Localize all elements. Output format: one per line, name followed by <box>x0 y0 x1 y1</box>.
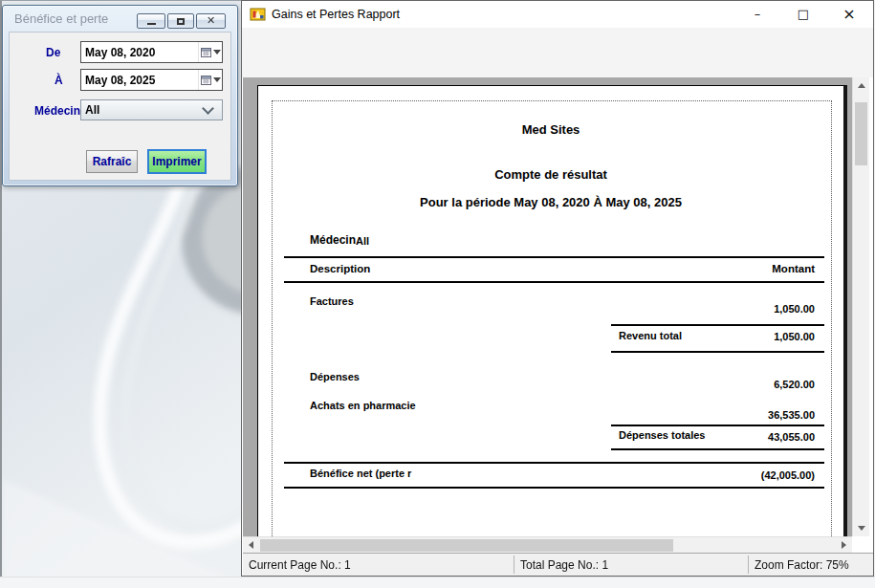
print-button[interactable]: Imprimer <box>147 149 207 174</box>
dropdown-arrow-icon <box>213 77 221 82</box>
arrow-up-icon <box>858 83 865 88</box>
report-rule <box>611 448 824 450</box>
report-rule <box>284 281 824 283</box>
dialog-title: Bénéfice et perte <box>14 11 108 26</box>
scroll-down-button[interactable] <box>853 520 869 536</box>
report-row-label: Factures <box>310 295 354 307</box>
maximize-icon: □ <box>798 7 809 21</box>
dialog-close-button[interactable]: ✕ <box>196 13 226 29</box>
column-header-description: Description <box>310 263 370 274</box>
chevron-down-icon <box>202 102 214 115</box>
vertical-scrollbar[interactable] <box>852 77 869 536</box>
status-current-page: Current Page No.: 1 <box>249 558 351 572</box>
report-page: Med Sites Compte de résultat Pour la pér… <box>257 85 847 536</box>
medecin-value: All <box>81 103 204 117</box>
from-date-field[interactable]: May 08, 2020 <box>80 41 223 63</box>
close-icon: ✕ <box>207 16 215 26</box>
report-row-label: Bénéfice net (perte r <box>310 468 411 479</box>
dialog-maximize-button[interactable] <box>167 13 194 29</box>
to-date-value: May 08, 2025 <box>81 74 198 87</box>
report-row-label: Achats en pharmacie <box>310 400 416 411</box>
dialog-body: De May 08, 2020 À May 08, 2025 <box>9 32 231 181</box>
window-close-button[interactable]: × <box>829 1 869 27</box>
report-row-label: Revenu total <box>619 330 682 341</box>
window-titlebar[interactable]: Gains et Pertes Rapport – □ × <box>242 1 873 28</box>
report-rule <box>611 324 824 326</box>
report-row-amount: (42,005.00) <box>689 469 815 481</box>
to-date-dropdown-button[interactable] <box>198 70 222 90</box>
status-separator <box>748 555 749 574</box>
scroll-up-button[interactable] <box>853 77 869 94</box>
report-period: Pour la période May 08, 2020 À May 08, 2… <box>258 195 843 209</box>
report-company-name: Med Sites <box>258 122 843 137</box>
window-maximize-button[interactable]: □ <box>783 1 823 27</box>
report-row-amount: 1,050.00 <box>689 303 815 315</box>
report-row-amount: 43,055.00 <box>689 431 815 443</box>
tab-strip: Main Report <box>242 56 873 77</box>
report-medecin-value: All <box>356 235 369 247</box>
horizontal-scrollbar[interactable] <box>243 536 852 554</box>
calendar-icon <box>201 47 211 57</box>
report-rule <box>284 256 824 258</box>
arrow-right-icon <box>842 541 846 549</box>
report-viewer-area: Med Sites Compte de résultat Pour la pér… <box>243 77 852 536</box>
report-row-amount: 6,520.00 <box>689 379 815 390</box>
window-minimize-button[interactable]: – <box>737 1 777 27</box>
arrow-down-icon <box>858 526 865 531</box>
calendar-icon <box>201 75 211 85</box>
refresh-button-label: Rafraîc <box>93 155 132 168</box>
scroll-right-button[interactable] <box>836 537 852 553</box>
print-button-label: Imprimer <box>152 155 201 168</box>
parent-window-bottom-strip <box>0 577 875 588</box>
report-row-label: Dépenses <box>310 371 360 382</box>
scroll-left-button[interactable] <box>243 537 259 553</box>
from-date-value: May 08, 2020 <box>81 46 198 59</box>
report-row-amount: 36,535.00 <box>689 409 815 421</box>
window-title: Gains et Pertes Rapport <box>272 8 400 21</box>
report-rule <box>284 462 824 464</box>
dropdown-arrow-icon <box>213 50 221 54</box>
report-rule <box>611 425 824 426</box>
from-date-dropdown-button[interactable] <box>198 42 222 62</box>
status-separator <box>514 555 514 574</box>
maximize-icon <box>177 18 185 25</box>
vertical-scroll-thumb[interactable] <box>855 102 867 165</box>
viewer-toolbar: (?) <box>242 28 873 56</box>
report-viewer-window: Gains et Pertes Rapport – □ × <box>241 0 874 577</box>
status-total-page: Total Page No.: 1 <box>520 558 608 572</box>
column-header-amount: Montant <box>689 263 815 274</box>
dialog-minimize-button[interactable] <box>137 13 165 29</box>
arrow-left-icon <box>249 541 253 549</box>
horizontal-scroll-thumb[interactable] <box>260 539 673 552</box>
report-medecin-label: Médecin <box>310 233 356 247</box>
from-label: De <box>46 46 60 59</box>
report-rule <box>611 351 824 353</box>
report-rule <box>284 487 824 489</box>
medecin-label: Médecin <box>34 104 80 118</box>
minimize-icon <box>147 23 156 25</box>
crystal-reports-app-icon <box>250 7 266 22</box>
refresh-button[interactable]: Rafraîc <box>86 150 138 173</box>
status-bar: Current Page No.: 1 Total Page No.: 1 Zo… <box>243 553 873 576</box>
close-icon: × <box>842 5 855 23</box>
to-label: À <box>55 74 63 87</box>
benefice-et-perte-dialog: Bénéfice et perte ✕ De May 08, 2020 À Ma… <box>2 5 238 186</box>
report-title: Compte de résultat <box>258 167 843 182</box>
report-row-amount: 1,050.00 <box>689 331 815 342</box>
minimize-icon: – <box>755 7 761 21</box>
status-zoom-factor: Zoom Factor: 75% <box>755 558 849 572</box>
medecin-combobox[interactable]: All <box>80 99 223 120</box>
to-date-field[interactable]: May 08, 2025 <box>80 69 223 91</box>
